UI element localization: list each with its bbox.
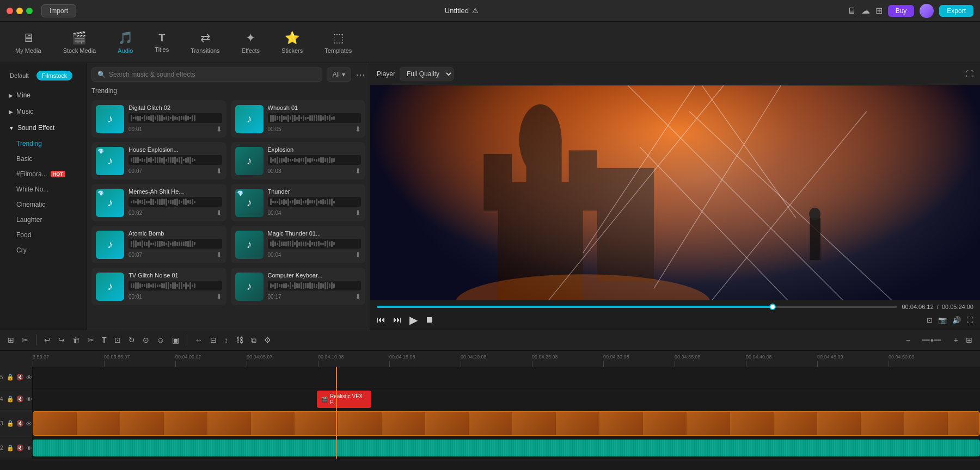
sound-card-6[interactable]: 💎 ♪ Thunder 00:04 ⬇: [231, 184, 366, 221]
eye-icon-4[interactable]: 👁: [26, 396, 32, 403]
close-button[interactable]: [7, 8, 13, 14]
fullscreen-icon[interactable]: ⛶: [966, 316, 973, 324]
emoji-icon[interactable]: ☺: [155, 333, 167, 347]
filter-all-button[interactable]: All ▾: [327, 67, 351, 82]
sidebar-item-filmora[interactable]: #Filmora... HOT: [3, 167, 83, 181]
crop-icon[interactable]: ⊡: [112, 333, 123, 347]
eye-icon-5[interactable]: 👁: [26, 374, 32, 381]
download-icon-8[interactable]: ⬇: [355, 251, 361, 259]
lock-icon-2[interactable]: 🔒: [7, 444, 14, 452]
rotate-icon[interactable]: ↻: [126, 333, 137, 347]
search-box[interactable]: 🔍: [91, 67, 322, 82]
buy-button[interactable]: Buy: [888, 5, 915, 17]
color-icon[interactable]: ⊟: [208, 333, 219, 347]
scissors-icon[interactable]: ✂: [85, 333, 96, 347]
text-icon[interactable]: T: [100, 333, 109, 347]
split-icon[interactable]: ↕: [222, 333, 230, 347]
sound-card-4[interactable]: ♪ Explosion 00:03 ⬇: [231, 142, 366, 180]
maximize-button[interactable]: [26, 8, 33, 14]
crop-icon[interactable]: ⊡: [927, 316, 933, 324]
zoom-in-icon[interactable]: +: [952, 333, 960, 347]
download-icon-5[interactable]: ⬇: [216, 209, 222, 217]
sidebar-group-music[interactable]: ▶ Music: [3, 104, 83, 119]
download-icon-7[interactable]: ⬇: [216, 251, 222, 259]
cut-tool-icon[interactable]: ✂: [20, 333, 30, 347]
play-button[interactable]: ▶: [409, 313, 418, 326]
zoom-slider[interactable]: ━━●━━: [916, 337, 948, 344]
search-input[interactable]: [109, 71, 316, 78]
snapshot-icon[interactable]: 📷: [938, 316, 947, 324]
eye-icon-2[interactable]: 👁: [26, 445, 32, 452]
download-icon-10[interactable]: ⬇: [355, 293, 361, 301]
fullscreen-icon[interactable]: ⛶: [966, 70, 973, 78]
import-button[interactable]: Import: [41, 4, 76, 17]
sidebar-item-cry[interactable]: Cry: [3, 243, 83, 257]
clip-vfx[interactable]: 🎬 Realistic VFX P...: [317, 391, 371, 408]
lock-icon-5[interactable]: 🔒: [7, 374, 14, 381]
mute-icon-5[interactable]: 🔇: [16, 374, 24, 381]
more-options-button[interactable]: ⋯: [356, 69, 365, 81]
sound-card-9[interactable]: ♪ TV Glitch Noise 01 00:01 ⬇: [91, 268, 226, 305]
mute-icon-4[interactable]: 🔇: [16, 395, 24, 403]
audio-adj-icon[interactable]: ↔: [193, 333, 205, 347]
delete-icon[interactable]: 🗑: [70, 333, 82, 347]
sidebar-group-mine[interactable]: ▶ Mine: [3, 88, 83, 103]
toolbar-my-media[interactable]: 🖥 My Media: [11, 28, 46, 57]
toolbar-effects[interactable]: ✦ Effects: [237, 28, 264, 57]
toolbar-templates[interactable]: ⬚ Templates: [320, 28, 356, 57]
download-icon-1[interactable]: ⬇: [216, 125, 222, 133]
mute-icon-2[interactable]: 🔇: [16, 444, 24, 452]
copy-icon[interactable]: ⧉: [249, 333, 259, 347]
rewind-button[interactable]: ⏮: [377, 315, 385, 325]
fast-forward-5-button[interactable]: ⏭: [393, 315, 402, 325]
quality-select[interactable]: Full Quality: [400, 67, 454, 81]
sound-card-2[interactable]: ♪ Whoosh 01 00:05 ⬇: [231, 100, 366, 138]
lock-icon-4[interactable]: 🔒: [7, 395, 14, 403]
download-icon-9[interactable]: ⬇: [216, 293, 222, 301]
toolbar-stickers[interactable]: ⭐ Stickers: [277, 28, 307, 57]
download-icon-3[interactable]: ⬇: [216, 167, 222, 175]
volume-icon[interactable]: 🔊: [952, 316, 961, 324]
download-icon-2[interactable]: ⬇: [355, 125, 361, 133]
toolbar-audio[interactable]: 🎵 Audio: [113, 28, 137, 57]
progress-track[interactable]: [377, 306, 897, 308]
sound-card-1[interactable]: ♪ Digital Glitch 02 00:01 ⬇: [91, 100, 226, 138]
sound-card-8[interactable]: ♪ Magic Thunder 01... 00:04 ⬇: [231, 226, 366, 263]
redo-icon[interactable]: ↪: [56, 333, 67, 347]
mute-icon-3[interactable]: 🔇: [16, 420, 24, 427]
export-button[interactable]: Export: [939, 5, 973, 17]
link-icon[interactable]: ⛓: [234, 333, 246, 347]
sidebar-item-basic[interactable]: Basic: [3, 152, 83, 166]
avatar[interactable]: [920, 4, 934, 18]
toolbar-titles[interactable]: T Titles: [150, 28, 173, 56]
download-icon-4[interactable]: ⬇: [355, 167, 361, 175]
clip-audio[interactable]: [33, 440, 980, 456]
sidebar-group-sound-effect[interactable]: ▼ Sound Effect: [3, 120, 83, 135]
grid-layout-icon[interactable]: ⊞: [964, 333, 975, 347]
select-tool-icon[interactable]: ⊞: [5, 333, 16, 347]
speed-icon[interactable]: ⊙: [140, 333, 151, 347]
zoom-out-icon[interactable]: −: [904, 333, 912, 347]
sidebar-item-cinematic[interactable]: Cinematic: [3, 197, 83, 212]
minimize-button[interactable]: [16, 8, 23, 14]
sidebar-tab-filmstock[interactable]: Filmstock: [36, 71, 72, 81]
eye-icon-3[interactable]: 👁: [26, 420, 32, 427]
sidebar-item-white-noise[interactable]: White No...: [3, 182, 83, 196]
mask-icon[interactable]: ▣: [170, 333, 181, 347]
sound-card-5[interactable]: 💎 ♪ Memes-Ah Shit He... 00:02 ⬇: [91, 184, 226, 221]
lock-icon-3[interactable]: 🔒: [7, 420, 14, 427]
sound-card-10[interactable]: ♪ Computer Keyboar... 00:17 ⬇: [231, 268, 366, 305]
toolbar-stock-media[interactable]: 🎬 Stock Media: [59, 28, 101, 57]
toolbar-transitions[interactable]: ⇄ Transitions: [186, 28, 224, 57]
settings-icon[interactable]: ⚙: [262, 333, 273, 347]
sidebar-item-trending[interactable]: Trending: [3, 137, 83, 151]
sidebar-item-laughter[interactable]: Laughter: [3, 213, 83, 227]
sound-card-3[interactable]: 💎 ♪ House Explosion... 00:07 ⬇: [91, 142, 226, 180]
sidebar-item-food[interactable]: Food: [3, 228, 83, 242]
clip-video[interactable]: [33, 411, 980, 436]
sidebar-tab-default[interactable]: Default: [4, 71, 34, 81]
sound-card-7[interactable]: ♪ Atomic Bomb 00:07 ⬇: [91, 226, 226, 263]
undo-icon[interactable]: ↩: [42, 333, 53, 347]
download-icon-6[interactable]: ⬇: [355, 209, 361, 217]
stop-button[interactable]: ⏹: [425, 315, 434, 325]
